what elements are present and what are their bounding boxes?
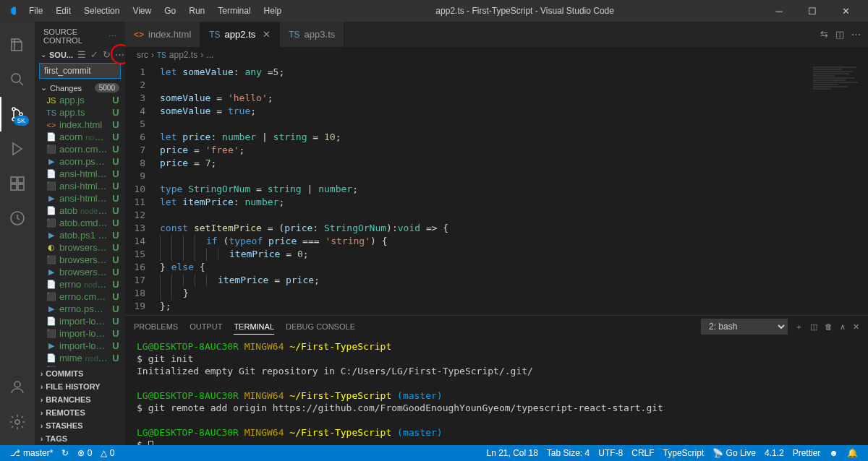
changes-header[interactable]: ⌄ Changes 5000 (35, 82, 125, 94)
search-activity[interactable] (0, 62, 35, 97)
file-item[interactable]: ⬛ansi-html.cmd... U (35, 180, 125, 192)
breadcrumb-folder[interactable]: src (137, 50, 148, 60)
status-item[interactable]: ☻ (825, 448, 843, 458)
minimap[interactable] (810, 63, 868, 315)
chevron-up-icon[interactable]: ∧ (840, 322, 846, 332)
file-item[interactable]: 📄ansi-html node_...U (35, 168, 125, 180)
compare-icon[interactable]: ⇆ (820, 29, 828, 40)
close-panel-icon[interactable]: ✕ (853, 322, 859, 332)
file-item[interactable]: ▶ansi-html.ps1 n...U (35, 192, 125, 204)
minimize-button[interactable]: ─ (762, 0, 796, 22)
status-sync[interactable]: ↻ (57, 448, 73, 458)
status-item[interactable]: Prettier (788, 448, 825, 458)
file-name: browserslist.ps1... (59, 267, 108, 277)
file-item[interactable]: ⬛atob.cmd node_...U (35, 217, 125, 229)
menu-run[interactable]: Run (183, 3, 210, 19)
status-item[interactable]: 📡 Go Live (708, 448, 760, 458)
run-activity[interactable] (0, 132, 35, 166)
commit-message-input[interactable] (39, 63, 121, 79)
commit-icon[interactable]: ✓ (90, 49, 98, 60)
menu-go[interactable]: Go (158, 3, 182, 19)
menu-view[interactable]: View (127, 3, 157, 19)
gitlens-activity[interactable] (0, 201, 35, 236)
file-item[interactable]: 📄acorn node_mod...U (35, 131, 125, 143)
section-commits[interactable]: ›COMMITS (35, 367, 125, 380)
menu-edit[interactable]: Edit (50, 3, 77, 19)
explorer-activity[interactable] (0, 27, 35, 62)
terminal-select[interactable]: 2: bash (701, 319, 788, 335)
close-tab-icon[interactable]: ✕ (263, 29, 271, 40)
file-item[interactable]: 📄mime node_mo...U (35, 352, 125, 364)
file-item[interactable]: 📄import-local-fixt... U (35, 315, 125, 327)
menu-selection[interactable]: Selection (78, 3, 125, 19)
file-item[interactable]: <>index.html U (35, 119, 125, 131)
new-terminal-icon[interactable]: ＋ (795, 322, 803, 332)
file-item[interactable]: ⬛import-local-fixt... U (35, 327, 125, 340)
file-item[interactable]: ▶atob.ps1 node_...U (35, 229, 125, 241)
status-item[interactable]: 4.1.2 (760, 448, 788, 458)
panel-tab-bar: PROBLEMSOUTPUTTERMINALDEBUG CONSOLE 2: b… (125, 316, 868, 335)
status-item[interactable]: Tab Size: 4 (542, 448, 594, 458)
scm-repo-header[interactable]: ⌄ SOU... ☰ ✓ ↻ ⋯ Commit (35, 48, 125, 61)
settings-activity[interactable] (0, 405, 35, 439)
file-item[interactable]: ▶errno.ps1 node_...U (35, 303, 125, 315)
file-status: U (112, 119, 119, 130)
menu-help[interactable]: Help (258, 3, 288, 19)
file-item[interactable]: ▶acorn.ps1 node_...U (35, 155, 125, 168)
close-button[interactable]: ✕ (829, 0, 862, 22)
status-item[interactable]: CRLF (627, 448, 658, 458)
section-stashes[interactable]: ›STASHES (35, 419, 125, 432)
file-item[interactable]: ▶import-local-fixt... U (35, 340, 125, 352)
commit-message-field[interactable] (39, 63, 121, 79)
source-control-activity[interactable]: 5K (0, 97, 35, 132)
tab-app2-ts[interactable]: TSapp2.ts✕ (200, 22, 280, 47)
trash-icon[interactable]: 🗑 (825, 322, 833, 331)
menu-file[interactable]: File (23, 3, 48, 19)
breadcrumb-file[interactable]: app2.ts (169, 50, 197, 60)
panel-tab-debug-console[interactable]: DEBUG CONSOLE (286, 319, 355, 335)
file-item[interactable]: ⬛browserslist.cm... U (35, 254, 125, 266)
status-item[interactable]: TypeScript (659, 448, 709, 458)
file-item[interactable]: 📄errno node_mod...U (35, 278, 125, 290)
code-content[interactable]: let someValue: any =5;someValue = 'hello… (154, 63, 810, 315)
file-item[interactable]: ⬛errno.cmd node...U (35, 290, 125, 303)
section-remotes[interactable]: ›REMOTES (35, 406, 125, 419)
refresh-icon[interactable]: ↻ (103, 49, 111, 60)
file-item[interactable]: ▶browserslist.ps1... U (35, 266, 125, 278)
breadcrumb-tail[interactable]: ... (206, 50, 213, 60)
code-editor[interactable]: 123456789101112131415161718192021 let so… (125, 63, 810, 315)
status-item[interactable]: UTF-8 (594, 448, 627, 458)
file-item[interactable]: 📄atob node_mod...U (35, 204, 125, 217)
file-item[interactable]: TSapp.ts U (35, 106, 125, 119)
status-errors[interactable]: ⊗ 0 (73, 448, 96, 458)
view-icon[interactable]: ☰ (77, 49, 86, 60)
panel-tab-terminal[interactable]: TERMINAL (234, 319, 274, 335)
file-status: U (112, 279, 119, 290)
file-item[interactable]: ⬛acorn.cmd node...U (35, 143, 125, 155)
status-item[interactable]: Ln 21, Col 18 (482, 448, 542, 458)
extensions-activity[interactable] (0, 166, 35, 201)
menu-terminal[interactable]: Terminal (212, 3, 256, 19)
status-branch[interactable]: ⎇master* (6, 448, 57, 458)
panel-tab-output[interactable]: OUTPUT (190, 319, 222, 335)
breadcrumb[interactable]: src › TS app2.ts › ... (125, 47, 868, 63)
tab-index-html[interactable]: <>index.html (125, 22, 200, 47)
section-file-history[interactable]: ›FILE HISTORY (35, 380, 125, 393)
accounts-activity[interactable] (0, 370, 35, 405)
sidebar-more-icon[interactable]: ⋯ (109, 32, 116, 41)
file-status: U (112, 291, 119, 302)
section-tags[interactable]: ›TAGS (35, 432, 125, 445)
status-warnings[interactable]: △ 0 (96, 448, 119, 458)
more-icon[interactable]: ⋯ (851, 29, 861, 40)
tab-app3-ts[interactable]: TSapp3.ts (280, 22, 344, 47)
status-item[interactable]: 🔔 (843, 448, 862, 458)
file-item[interactable]: JSapp.js U (35, 94, 125, 106)
split-terminal-icon[interactable]: ◫ (810, 322, 817, 332)
section-branches[interactable]: ›BRANCHES (35, 393, 125, 406)
more-icon[interactable]: ⋯ (115, 49, 124, 60)
terminal-output[interactable]: LG@DESKTOP-8AUC30R MINGW64 ~/First-TypeS… (125, 335, 868, 445)
file-item[interactable]: ◐browserslist no...U (35, 241, 125, 254)
split-icon[interactable]: ◫ (835, 29, 844, 40)
maximize-button[interactable]: ☐ (796, 0, 829, 22)
panel-tab-problems[interactable]: PROBLEMS (134, 319, 178, 335)
